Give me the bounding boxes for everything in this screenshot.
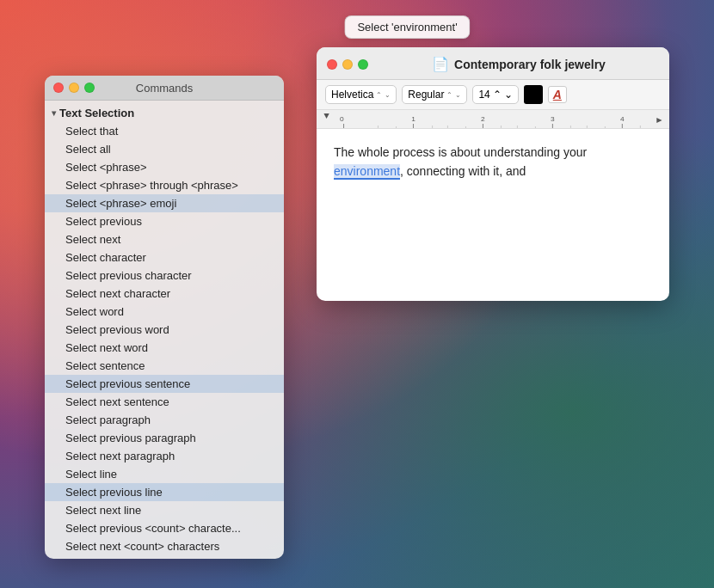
font-dropdown-arrow2: ⌄: [385, 91, 391, 99]
editor-titlebar: 📄 Contemporary folk jewelry: [317, 47, 669, 80]
size-dropdown-arrow2: ⌄: [504, 89, 513, 101]
list-item[interactable]: Select sentence: [45, 357, 284, 375]
editor-minimize-button[interactable]: [342, 59, 353, 70]
commands-traffic-lights: [53, 83, 95, 93]
list-item[interactable]: Select previous word: [45, 321, 284, 339]
editor-ruler: 0 1 2 3 4: [317, 110, 669, 129]
text-color-swatch[interactable]: [524, 85, 543, 104]
list-item[interactable]: Select <phrase> through <phrase>: [45, 176, 284, 194]
chevron-down-icon: ▾: [52, 108, 56, 118]
list-item[interactable]: Select <phrase>: [45, 158, 284, 176]
ruler-svg: 0 1 2 3 4: [317, 110, 669, 129]
style-dropdown-arrow: ⌃: [446, 91, 452, 99]
text-after: , connecting with it, and: [400, 164, 526, 178]
font-dropdown-arrow: ⌃: [376, 91, 382, 99]
list-item[interactable]: Select previous: [45, 212, 284, 230]
list-item[interactable]: Select line: [45, 465, 284, 483]
commands-items-container: Select thatSelect allSelect <phrase>Sele…: [45, 122, 284, 555]
font-size-select[interactable]: 14 ⌃ ⌄: [472, 85, 518, 104]
editor-panel: 📄 Contemporary folk jewelry Helvetica ⌃ …: [317, 47, 669, 301]
size-dropdown-arrow: ⌃: [493, 89, 502, 101]
svg-text:4: 4: [620, 115, 625, 123]
commands-titlebar: Commands: [45, 76, 284, 101]
svg-rect-0: [317, 110, 669, 129]
list-item[interactable]: Select next <count> characters: [45, 537, 284, 555]
font-style-value: Regular: [408, 89, 444, 101]
svg-text:3: 3: [551, 115, 555, 123]
list-item[interactable]: Select next character: [45, 285, 284, 303]
text-style-button[interactable]: A: [548, 86, 567, 103]
list-item[interactable]: Select next line: [45, 501, 284, 519]
list-item[interactable]: Select character: [45, 248, 284, 266]
list-item[interactable]: Select next word: [45, 339, 284, 357]
svg-text:0: 0: [340, 115, 344, 123]
list-item[interactable]: Select previous <count> characte...: [45, 519, 284, 537]
list-item[interactable]: Select paragraph: [45, 411, 284, 429]
editor-toolbar: Helvetica ⌃ ⌄ Regular ⌃ ⌄ 14 ⌃ ⌄ A: [317, 80, 669, 110]
section-header-text-selection: ▾ Text Selection: [45, 104, 284, 122]
commands-panel: Commands ▾ Text Selection Select thatSel…: [45, 76, 284, 559]
font-family-value: Helvetica: [331, 89, 373, 101]
font-size-value: 14: [478, 89, 489, 101]
editor-title-area: 📄 Contemporary folk jewelry: [379, 56, 659, 72]
font-style-select[interactable]: Regular ⌃ ⌄: [402, 85, 467, 104]
minimize-button[interactable]: [69, 83, 79, 93]
list-item[interactable]: Select next: [45, 230, 284, 248]
editor-maximize-button[interactable]: [358, 59, 368, 70]
list-item[interactable]: Select next sentence: [45, 393, 284, 411]
list-item[interactable]: Select previous sentence: [45, 375, 284, 393]
text-before: The whole process is about understanding…: [334, 145, 587, 159]
editor-title: Contemporary folk jewelry: [454, 58, 606, 71]
editor-traffic-lights: [327, 59, 368, 70]
list-item[interactable]: Select previous paragraph: [45, 429, 284, 447]
section-label: Text Selection: [59, 107, 134, 119]
list-item[interactable]: Select <phrase> emoji: [45, 194, 284, 212]
font-family-select[interactable]: Helvetica ⌃ ⌄: [325, 85, 397, 104]
list-item[interactable]: Select next paragraph: [45, 447, 284, 465]
list-item[interactable]: Select previous line: [45, 483, 284, 501]
highlighted-word: environment: [334, 164, 400, 180]
editor-close-button[interactable]: [327, 59, 337, 70]
document-icon: 📄: [432, 56, 449, 72]
list-item[interactable]: Select word: [45, 303, 284, 321]
style-dropdown-arrow2: ⌄: [455, 91, 461, 99]
maximize-button[interactable]: [84, 83, 95, 93]
close-button[interactable]: [53, 83, 64, 93]
list-item[interactable]: Select previous character: [45, 266, 284, 285]
editor-content[interactable]: The whole process is about understanding…: [317, 129, 669, 301]
tooltip-pill: Select 'environment': [344, 15, 470, 39]
commands-list: ▾ Text Selection Select thatSelect allSe…: [45, 101, 284, 559]
editor-paragraph: The whole process is about understanding…: [334, 143, 652, 181]
tooltip-label: Select 'environment': [357, 21, 457, 34]
svg-text:2: 2: [481, 115, 485, 123]
svg-text:1: 1: [411, 115, 415, 123]
list-item[interactable]: Select all: [45, 140, 284, 158]
list-item[interactable]: Select that: [45, 122, 284, 140]
commands-panel-title: Commands: [136, 82, 193, 95]
